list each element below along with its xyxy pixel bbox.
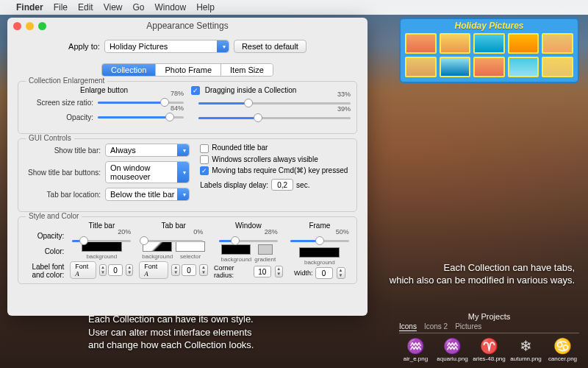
group-title-enlargement: Collection Enlargement [26,77,107,85]
col-titlebar-heading: Title bar [88,222,115,230]
filename: autumn.png [510,355,541,362]
group-title-gui: GUI Controls [26,134,74,142]
apply-to-label: Apply to: [68,42,100,51]
style-color-label: Color: [24,247,64,255]
opacity-slider[interactable]: 84% [98,112,184,122]
titlebar[interactable]: Appearance Settings [7,18,368,34]
thumbnail[interactable] [405,57,437,77]
drag-label: Dragging inside a Collection [205,86,297,94]
frame-opacity-slider[interactable]: 50% [290,236,349,246]
menu-window[interactable]: Window [155,2,187,13]
tabbar-loc-select[interactable]: Below the title bar▾ [105,188,190,201]
zodiac-icon: ♒ [406,336,425,355]
menu-app[interactable]: Finder [16,2,43,13]
titlebar-font-button[interactable]: Font A [70,261,96,279]
menu-help[interactable]: Help [196,2,215,13]
delay-unit: sec. [296,181,309,189]
proj-tab-icons[interactable]: Icons [399,322,417,331]
style-opacity-label: Opacity: [24,232,64,240]
thumbnail[interactable] [542,57,573,77]
enlarge-heading: Enlarge button [24,86,184,94]
project-icon[interactable]: ♋cancer.png [546,336,579,362]
thumbnail[interactable] [473,33,505,54]
radius-field[interactable] [254,266,271,277]
proj-tab-icons2[interactable]: Icons 2 [424,322,448,331]
thumbnail[interactable] [542,33,573,54]
zodiac-icon: ♒ [443,336,462,355]
radius-stepper[interactable]: ▲▼ [275,266,283,277]
thumbnail[interactable] [508,33,539,54]
menu-go[interactable]: Go [133,2,145,13]
tabbar-opacity-slider[interactable]: 0% [144,236,203,240]
menu-view[interactable]: View [104,2,123,13]
window-opacity-slider[interactable]: 28% [219,236,278,243]
settings-window: Appearance Settings Apply to: Holiday Pi… [7,18,368,316]
scrollers-checkbox[interactable] [200,155,209,164]
delay-label: Labels display delay: [200,181,268,189]
titlebar-font-stepper2[interactable]: ▲▼ [126,264,133,276]
radius-label: Corner radius: [214,264,251,279]
apply-to-select[interactable]: Holiday Pictures▾ [104,40,229,53]
projects-title: My Projects [399,312,579,321]
titlebar-font-stepper[interactable]: ▲▼ [99,264,107,276]
filename: air_e.png [404,355,428,362]
filename: aquariu.png [437,355,467,362]
drag-checkbox[interactable]: ✓ [191,86,200,95]
thumbnail[interactable] [440,33,471,54]
opacity-label: Opacity: [24,113,98,121]
show-buttons-select[interactable]: On window mouseover▾ [105,161,190,183]
zodiac-icon: ♋ [553,336,572,355]
menu-edit[interactable]: Edit [78,2,93,13]
holiday-title: Holiday Pictures [405,21,573,31]
reset-button[interactable]: Reset to default [234,40,306,53]
tab-collection[interactable]: Collection [102,64,156,76]
style-font-label: Label font and color: [24,263,64,279]
zodiac-icon: ♈ [480,336,498,355]
drag-opacity-slider[interactable]: 39% [198,113,351,123]
tab-photo-frame[interactable]: Photo Frame [156,64,221,76]
window-title: Appearance Settings [7,21,368,31]
menu-file[interactable]: File [54,2,68,13]
proj-tab-pictures[interactable]: Pictures [455,322,481,331]
show-buttons-label: Show title bar buttons: [24,169,105,177]
titlebar-font-size[interactable] [108,264,123,276]
rounded-label: Rounded title bar [212,144,268,152]
thumbnail[interactable] [473,57,505,77]
project-icon[interactable]: ❄autumn.png [509,336,542,362]
col-frame-heading: Frame [309,222,330,230]
project-icon[interactable]: ♈aries-48.png [473,336,506,362]
moving-checkbox[interactable]: ✓ [200,166,209,175]
tabbar-font-stepper2[interactable]: ▲▼ [199,264,208,276]
projects-panel[interactable]: My Projects Icons Icons 2 Pictures ♒air_… [399,312,579,362]
thumbnail[interactable] [508,57,539,77]
thumbnail[interactable] [440,57,471,77]
tabbar-font-size[interactable] [182,264,196,276]
titlebar-opacity-slider[interactable]: 20% [72,236,131,240]
project-icon[interactable]: ♒air_e.png [399,336,432,362]
window-bg-color[interactable] [221,244,251,255]
project-icon[interactable]: ♒aquariu.png [436,336,469,362]
thumbnail[interactable] [405,33,437,54]
window-grad-color[interactable] [258,244,273,255]
show-titlebar-select[interactable]: Always▾ [105,144,190,157]
delay-field[interactable] [271,179,293,191]
col-tabbar-heading: Tab bar [162,222,186,230]
group-style: Style and Color Opacity: Color: Label fo… [18,216,357,284]
frame-width-stepper[interactable]: ▲▼ [337,267,345,279]
zodiac-icon: ❄ [520,336,532,355]
filename: aries-48.png [473,355,505,362]
scrollers-label: Windows scrollers always visible [212,155,318,163]
menubar: Finder File Edit View Go Window Help [0,0,588,15]
frame-width-field[interactable] [315,267,333,279]
tabbar-font-button[interactable]: Font A [139,261,168,279]
tab-segmented: Collection Photo Frame Item Size [101,63,273,77]
tabbar-sel-color[interactable] [176,241,205,252]
tabbar-loc-label: Tab bar location: [24,191,105,199]
rounded-checkbox[interactable] [200,144,209,153]
group-title-style: Style and Color [26,212,82,220]
holiday-panel[interactable]: Holiday Pictures [399,18,579,83]
drag-ratio-slider[interactable]: 33% [198,98,351,108]
tabbar-font-stepper[interactable]: ▲▼ [171,264,180,276]
frame-bg-color[interactable] [299,247,340,258]
tab-item-size[interactable]: Item Size [221,64,273,76]
